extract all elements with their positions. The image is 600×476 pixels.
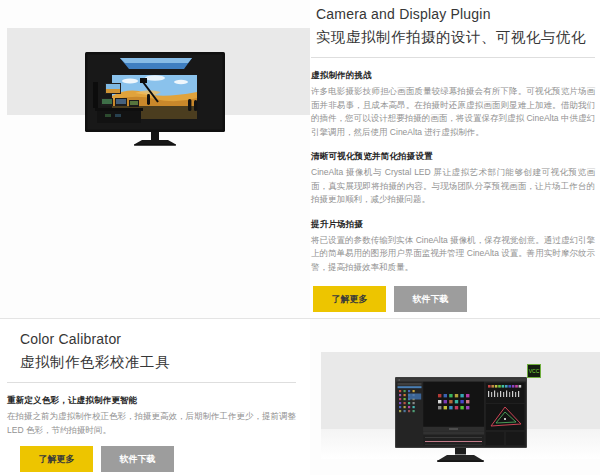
page: Camera and Display Plugin 实现虚拟制作拍摄的设计、可视… [0, 0, 600, 476]
block-heading: 提升片场拍摄 [311, 219, 595, 231]
block-body: 在拍摄之前为虚拟制作校正色彩，拍摄更高效，后期制作工作更少，提前调整 LED 色… [7, 410, 296, 437]
software-download-button[interactable]: 软件下载 [101, 446, 174, 472]
block-heading: 清晰可视化预览并简化拍摄设置 [311, 151, 595, 163]
section-camera-display-plugin: Camera and Display Plugin 实现虚拟制作拍摄的设计、可视… [0, 0, 600, 319]
block-heading: 重新定义色彩，让虚拟制作更智能 [7, 395, 296, 407]
title-divider [311, 57, 595, 58]
monitor-calibration-software-image [395, 377, 527, 462]
section-title-zh: 虚拟制作色彩校准工具 [20, 353, 296, 372]
learn-more-button[interactable]: 了解更多 [313, 286, 386, 312]
content-camera-display-plugin: Camera and Display Plugin 实现虚拟制作拍摄的设计、可视… [310, 0, 600, 318]
text-block: 提升片场拍摄 将已设置的参数传输到实体 CineAlta 摄像机，保存视觉创意。… [311, 219, 595, 275]
product-image-color-calibrator: VCC [310, 319, 600, 475]
text-block: 虚拟制作的挑战 许多电影摄影技师担心画面质量较绿幕拍摄会有所下降。可视化预览片场… [311, 70, 595, 139]
block-body: 许多电影摄影技师担心画面质量较绿幕拍摄会有所下降。可视化预览片场画面并非易事，且… [311, 85, 595, 139]
block-body: 将已设置的参数传输到实体 CineAlta 摄像机，保存视觉创意。通过虚幻引擎上… [311, 234, 595, 275]
text-block: 清晰可视化预览并简化拍摄设置 CineAlta 摄像机与 Crystal LED… [311, 151, 595, 207]
section-color-calibrator: Color Calibrator 虚拟制作色彩校准工具 重新定义色彩，让虚拟制作… [0, 319, 600, 475]
button-row: 了解更多 软件下载 [20, 446, 296, 472]
button-row: 了解更多 软件下载 [313, 286, 595, 312]
content-color-calibrator: Color Calibrator 虚拟制作色彩校准工具 重新定义色彩，让虚拟制作… [0, 319, 310, 475]
software-download-button[interactable]: 软件下载 [394, 286, 467, 312]
title-divider [7, 382, 296, 383]
svg-text:VCC: VCC [529, 368, 540, 374]
learn-more-button[interactable]: 了解更多 [20, 446, 93, 472]
section-title-en: Camera and Display Plugin [316, 6, 595, 22]
product-image-camera-display-plugin [0, 0, 310, 318]
text-block: 重新定义色彩，让虚拟制作更智能 在拍摄之前为虚拟制作校正色彩，拍摄更高效，后期制… [7, 395, 296, 437]
monitor-virtual-production-image [85, 52, 225, 147]
section-title-en: Color Calibrator [20, 331, 296, 347]
block-body: CineAlta 摄像机与 Crystal LED 屏让虚拟艺术部门能够创建可视… [311, 166, 595, 207]
section-title-zh: 实现虚拟制作拍摄的设计、可视化与优化 [316, 28, 595, 47]
block-heading: 虚拟制作的挑战 [311, 70, 595, 82]
vcc-badge-icon: VCC [527, 364, 541, 378]
